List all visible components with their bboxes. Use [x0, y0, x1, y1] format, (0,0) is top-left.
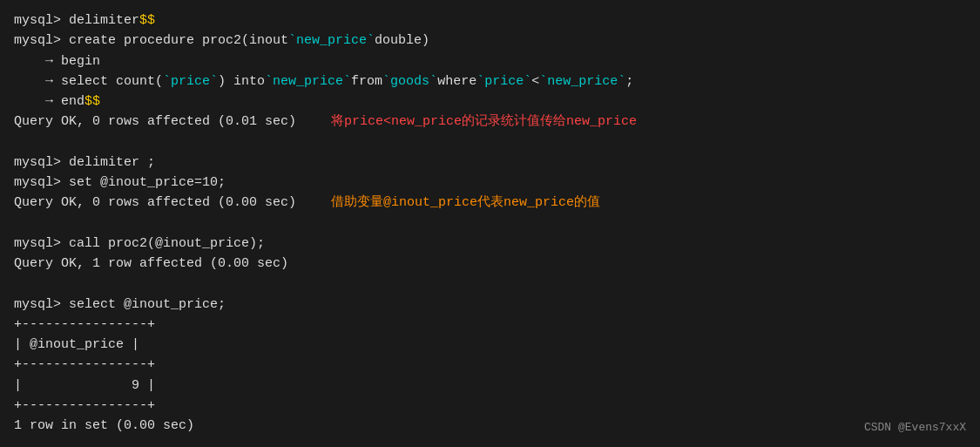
prompt-10: mysql>: [14, 234, 69, 254]
blank-2: [14, 213, 966, 234]
table-border-bottom: +----------------+: [14, 396, 966, 416]
prompt-12: mysql>: [14, 295, 69, 315]
line-7: mysql> delimiter ;: [14, 152, 966, 173]
blank-1: [14, 132, 966, 152]
line-11: Query OK, 1 row affected (0.00 sec): [14, 254, 966, 274]
line-2: mysql> create procedure proc2(inout `new…: [14, 30, 966, 51]
line-1: mysql> delimiter $$: [14, 10, 966, 30]
code-4e: `goods`: [382, 71, 437, 91]
code-4g: `price`: [476, 71, 531, 91]
code-10: call proc2(@inout_price);: [69, 234, 265, 254]
line-8: mysql> set @inout_price=10;: [14, 173, 966, 193]
result-11: Query OK, 1 row affected (0.00 sec): [14, 254, 288, 274]
arrow-4: → select count(: [14, 71, 163, 91]
prompt-2: mysql>: [14, 30, 69, 51]
line-9: Query OK, 0 rows affected (0.00 sec) 借助变…: [14, 193, 966, 213]
table-data-row: | 9 |: [14, 376, 966, 396]
code-2-backtick: `new_price`: [288, 30, 375, 51]
code-4c: `new_price`: [265, 71, 351, 91]
prompt-8: mysql>: [14, 173, 69, 193]
result-6: Query OK, 0 rows affected (0.01 sec): [14, 112, 296, 132]
code-7: delimiter ;: [69, 152, 155, 173]
line-10: mysql> call proc2(@inout_price);: [14, 234, 966, 254]
line-final: 1 row in set (0.00 sec): [14, 416, 966, 436]
comment-6: 将price<new_price的记录统计值传给new_price: [331, 112, 637, 132]
code-2: create procedure proc2(inout: [69, 30, 288, 51]
line-12: mysql> select @inout_price;: [14, 295, 966, 315]
comment-9: 借助变量@inout_price代表new_price的值: [331, 193, 600, 213]
code-4h: <: [531, 71, 539, 91]
code-8: set @inout_price=10;: [69, 173, 226, 193]
arrow-5: → end: [14, 91, 84, 112]
code-4f: where: [437, 71, 476, 91]
prompt-7: mysql>: [14, 152, 69, 173]
code-4d: from: [351, 71, 382, 91]
code-4j: ;: [625, 71, 633, 91]
dollar-1: $$: [139, 10, 155, 30]
watermark: CSDN @Evens7xxX: [864, 419, 966, 437]
result-9: Query OK, 0 rows affected (0.00 sec): [14, 193, 296, 213]
table-border-mid: +----------------+: [14, 355, 966, 375]
line-3: → begin: [14, 51, 966, 71]
code-4a: `price`: [163, 71, 218, 91]
line-4: → select count( `price` ) into `new_pric…: [14, 71, 966, 91]
prompt-1: mysql>: [14, 10, 69, 30]
blank-3: [14, 274, 966, 294]
code-1: delimiter: [69, 10, 139, 30]
code-4i: `new_price`: [539, 71, 625, 91]
line-6: Query OK, 0 rows affected (0.01 sec) 将pr…: [14, 112, 966, 132]
line-5: → end $$: [14, 91, 966, 112]
table-border-top: +----------------+: [14, 315, 966, 335]
code-4b: ) into: [218, 71, 265, 91]
terminal: mysql> delimiter $$ mysql> create proced…: [0, 0, 980, 447]
dollar-5: $$: [84, 91, 100, 112]
code-12: select @inout_price;: [69, 295, 226, 315]
table-header: | @inout_price |: [14, 335, 966, 355]
result-final: 1 row in set (0.00 sec): [14, 416, 194, 436]
code-2b: double): [375, 30, 429, 51]
arrow-3: → begin: [14, 51, 100, 71]
